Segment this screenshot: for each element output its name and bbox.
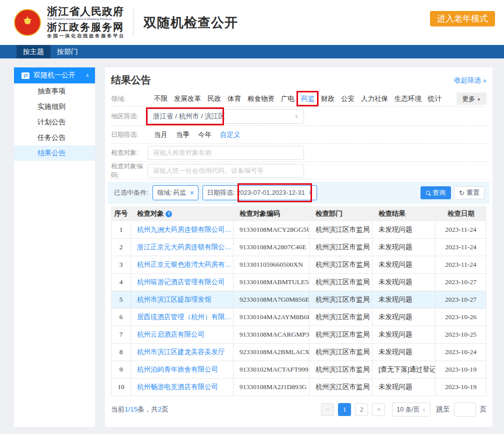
selected-conditions-bar: 已选中条件: 领域: 药监 × 日期筛选: 2023-07-01,2023-12… [108,182,490,204]
date-option-this-year[interactable]: 今年 [198,130,212,139]
domain-option-2[interactable]: 民政 [208,94,221,103]
page-size-select[interactable]: 10 条/页 ∨ [392,403,430,417]
close-icon[interactable]: × [308,189,312,197]
table-row: 8 杭州市滨江区建龙美容美发厅 92330108MA2BMLACXP 杭州滨江区… [111,344,486,361]
selected-conditions-label: 已选中条件: [114,188,148,197]
prev-page-button[interactable]: < [321,403,334,416]
close-icon[interactable]: × [190,189,194,197]
domain-option-9[interactable]: 人力社保 [361,94,388,103]
table-row: 7 杭州云启酒店有限公司 91330108MACARGMP3H 杭州滨江区市监局… [111,326,486,344]
region-select[interactable]: 浙江省 / 杭州市 / 滨江区 ∨ [148,109,304,124]
date-option-current-quarter[interactable]: 当季 [176,130,190,139]
page-button-1[interactable]: 1 [338,403,351,416]
table-header-row: 序号 检查对象 ? 检查对象编码 检查部门 检查结果 检查日期 [111,206,486,221]
sidebar-item-inspection-matters[interactable]: 抽查事项 [14,83,95,99]
domain-option-4[interactable]: 粮食物资 [248,94,274,103]
cell-index: 9 [111,361,131,379]
page-button-2[interactable]: 2 [355,403,368,416]
sidebar-item-implementation-rules[interactable]: 实施细则 [14,99,95,114]
portal-subtitle: 全国一体化在线政务服务平台 [47,34,125,39]
header-date: 检查日期 [436,206,486,221]
header-dept: 检查部门 [310,206,372,221]
pagination: 当前1/15条，共2页 < 1 2 > 10 条/页 ∨ 跳至 页 [111,403,486,417]
domain-option-8[interactable]: 公安 [341,94,354,103]
national-emblem-icon: ★ [14,9,41,36]
inspection-target-link[interactable]: 杭州云启酒店有限公司 [137,330,204,339]
cell-result: 未发现问题 [372,309,436,326]
inspection-target-link[interactable]: 居西琉酒店管理（杭州）有限公司 [137,313,233,322]
inspection-target-link[interactable]: 杭州泊屿青年旅舍有限公司 [137,365,218,374]
table-row: 3 杭州正京元银色港湾大药房有限公司 9133011059660500XN 杭州… [111,256,486,274]
cell-date: 2023-10-27 [436,291,486,309]
target-code-input[interactable] [148,164,304,178]
nav-tab-by-theme[interactable]: 按主题 [16,45,50,58]
results-table: 序号 检查对象 ? 检查对象编码 检查部门 检查结果 检查日期 1 杭州九洲大药… [111,206,486,396]
main-content: 结果公告 收起筛选 ∧ 领域: 不限 发展改革 民政 体育 粮食物资 广电 药监… [105,67,492,427]
collapse-filter-link[interactable]: 收起筛选 ∧ [454,76,486,85]
reset-button[interactable]: ↻ 重置 [454,186,484,199]
domain-option-0[interactable]: 不限 [154,94,168,103]
nav-tab-by-department[interactable]: 按部门 [50,45,84,58]
domain-option-10[interactable]: 生态环境 [394,94,422,103]
cell-result: 未发现问题 [372,379,436,396]
inspection-target-link[interactable]: 杭州嘻游记酒店管理有限公司 [137,278,225,287]
domain-option-7[interactable]: 财政 [321,94,334,103]
table-body: 1 杭州九洲大药房连锁有限公司东冠... 91330108MACY28GG5U … [111,221,486,396]
date-option-custom[interactable]: 自定义 [220,130,240,139]
more-domains-button[interactable]: 更多 ▼ [456,92,486,105]
chevron-up-icon: ∧ [86,73,89,78]
domain-option-11[interactable]: 统计 [428,94,442,103]
header-target: 检查对象 ? [131,206,234,221]
cell-department: 杭州滨江区市监局 [310,326,372,344]
page-title: 结果公告 [111,73,151,87]
inspection-target-link[interactable]: 浙江正京元大药房连锁有限公司杭... [137,243,233,252]
elder-mode-button[interactable]: 进入老年模式 [430,11,495,26]
cell-code: 91330108MA2807C46E [234,239,310,256]
cell-index: 4 [111,274,131,291]
cell-department: 杭州滨江区市监局 [310,379,372,396]
table-row: 10 杭州畅游电竞酒店有限公司 91330108MA2J1D893G 杭州滨江区… [111,379,486,396]
cell-result: 未发现问题 [372,344,436,361]
filter-row-domain: 领域: 不限 发展改革 民政 体育 粮食物资 广电 药监 财政 公安 人力社保 … [111,91,486,107]
header-code: 检查对象编码 [234,206,310,221]
cell-code: 91330102MACTAFT999 [234,361,310,379]
sidebar-item-task-notice[interactable]: 任务公告 [14,130,95,145]
code-filter-label: 检查对象编码: [111,162,148,180]
search-button[interactable]: 查询 [420,186,451,199]
logo[interactable]: ★ 浙江省人民政府 The People's Government of Zhe… [14,6,125,39]
inspection-target-link[interactable]: 杭州市滨江区建龙美容美发厅 [137,348,225,357]
cell-index: 3 [111,256,131,274]
date-filter-label: 日期筛选: [111,130,148,139]
sidebar-item-plan-notice[interactable]: 计划公告 [14,114,95,130]
cell-department: 杭州滨江区市监局 [310,239,372,256]
cell-index: 8 [111,344,131,361]
table-row: 4 杭州嘻游记酒店管理有限公司 91330108MABMTULE56 杭州滨江区… [111,274,486,291]
inspection-target-link[interactable]: 杭州正京元银色港湾大药房有限公司 [137,260,233,269]
domain-option-3[interactable]: 体育 [228,94,241,103]
jump-page-input[interactable] [454,403,476,417]
target-name-input[interactable] [148,146,304,160]
reset-icon: ↻ [459,189,464,197]
domain-option-5[interactable]: 广电 [281,94,294,103]
site-header: ★ 浙江省人民政府 The People's Government of Zhe… [0,0,504,45]
inspection-target-link[interactable]: 杭州九洲大药房连锁有限公司东冠... [137,225,233,234]
filter-row-code: 检查对象编码: [111,162,486,180]
help-icon[interactable]: ? [166,211,172,217]
caret-down-icon: ▼ [477,97,481,102]
sidebar-group-header[interactable]: ⇄ 双随机一公开 ∧ [14,67,95,83]
header-index: 序号 [111,206,131,221]
inspection-target-link[interactable]: 杭州市滨江区媞加理发馆 [137,295,212,304]
next-page-button[interactable]: > [372,403,385,416]
date-option-current-month[interactable]: 当月 [154,130,168,139]
inspection-target-link[interactable]: 杭州畅游电竞酒店有限公司 [137,383,218,392]
cell-code: 91330108MACY28GG5U [234,221,310,239]
cell-result: 未发现问题 [372,326,436,344]
condition-tag-date: 日期筛选: 2023-07-01,2023-12-31 × [202,185,317,200]
sidebar-item-result-notice[interactable]: 结果公告 [14,145,95,161]
domain-option-1[interactable]: 发展改革 [174,94,201,103]
table-row: 2 浙江正京元大药房连锁有限公司杭... 91330108MA2807C46E … [111,239,486,256]
domain-option-6[interactable]: 药监 [301,94,314,103]
jump-to-label: 跳至 [436,405,450,414]
portal-title: 浙江政务服务网 [47,22,125,32]
table-row: 1 杭州九洲大药房连锁有限公司东冠... 91330108MACY28GG5U … [111,221,486,239]
